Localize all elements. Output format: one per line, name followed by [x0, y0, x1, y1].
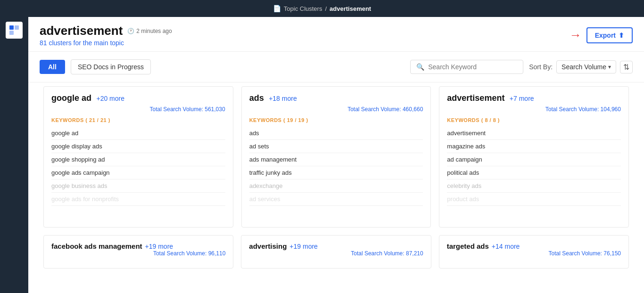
search-icon: 🔍	[416, 63, 424, 71]
keywords-label-3: KEYWORDS ( 8 / 8 )	[447, 117, 621, 123]
page-title-row: advertisement 🕐 2 minutes ago	[40, 24, 172, 38]
list-item: google business ads	[51, 179, 225, 193]
chevron-down-icon: ▾	[608, 64, 611, 70]
filter-bar: All SEO Docs in Progress 🔍 Sort By: Sear…	[28, 52, 644, 82]
export-label: Export	[595, 32, 616, 39]
card-title-row-1: google ad +20 more	[51, 93, 124, 103]
card-volume-1: Total Search Volume: 561,030	[51, 106, 225, 113]
bottom-card-more-3: +14 more	[492, 243, 520, 250]
list-item: celebrity ads	[447, 179, 621, 193]
sidebar	[0, 17, 28, 293]
svg-rect-2	[9, 31, 14, 35]
app-logo[interactable]	[6, 22, 23, 39]
list-item: ad sets	[249, 140, 423, 153]
card-ads: ads +18 more Total Search Volume: 460,66…	[241, 86, 431, 228]
card-title-3: advertisement	[447, 93, 504, 103]
card-more-1: +20 more	[96, 95, 124, 102]
list-item: ads management	[249, 153, 423, 166]
bottom-card-header-1: facebook ads management +19 more	[51, 242, 225, 250]
bottom-card-header-2: advertising +19 more	[249, 242, 423, 250]
bottom-title-row-1: facebook ads management +19 more	[51, 242, 173, 250]
sort-dropdown[interactable]: Search Volume ▾	[556, 60, 616, 73]
export-button[interactable]: Export ⬆	[586, 27, 633, 43]
list-item: adexchange	[249, 179, 423, 193]
bottom-card-title-3: targeted ads	[447, 242, 489, 250]
list-item: ad campaign	[447, 153, 621, 166]
bottom-card-more-1: +19 more	[145, 243, 173, 250]
sort-by-label: Sort By:	[529, 63, 553, 71]
sort-section: Sort By: Search Volume ▾ ⇅	[529, 60, 633, 73]
breadcrumb-separator: /	[325, 5, 327, 12]
breadcrumb-part2: advertisement	[330, 5, 371, 12]
bottom-card-volume-1: Total Search Volume: 96,110	[51, 250, 225, 257]
clusters-count: 81 clusters for the main topic	[40, 39, 172, 47]
card-advertising: advertising +19 more Total Search Volume…	[241, 235, 431, 269]
bottom-card-more-2: +19 more	[289, 243, 318, 250]
list-item: google shopping ad	[51, 153, 225, 166]
cards-grid-bottom: facebook ads management +19 more Total S…	[28, 231, 644, 272]
filter-seo-button[interactable]: SEO Docs in Progress	[71, 59, 151, 74]
doc-icon: 📄	[273, 5, 281, 12]
list-item: advertisement	[447, 127, 621, 140]
top-bar: 📄 Topic Clusters / advertisement	[0, 0, 644, 17]
search-wrapper: 🔍	[410, 60, 523, 74]
list-item: political ads	[447, 166, 621, 179]
bottom-card-title-1: facebook ads management	[51, 242, 142, 250]
card-advertisement: advertisement +7 more Total Search Volum…	[439, 86, 629, 228]
bottom-card-volume-3: Total Search Volume: 76,150	[447, 250, 621, 257]
time-ago-text: 2 minutes ago	[136, 28, 172, 34]
list-item: ad services	[249, 193, 423, 206]
main-content: advertisement 🕐 2 minutes ago 81 cluster…	[28, 17, 644, 293]
card-targeted-ads: targeted ads +14 more Total Search Volum…	[439, 235, 629, 269]
list-item: product ads	[447, 193, 621, 206]
bottom-title-row-3: targeted ads +14 more	[447, 242, 520, 250]
page-header: advertisement 🕐 2 minutes ago 81 cluster…	[28, 17, 644, 52]
card-volume-2: Total Search Volume: 460,660	[249, 106, 423, 113]
export-section: → Export ⬆	[570, 27, 633, 43]
card-header-2: ads +18 more	[249, 93, 423, 103]
bottom-card-title-2: advertising	[249, 242, 287, 250]
card-title-1: google ad	[51, 93, 91, 103]
bottom-title-row-2: advertising +19 more	[249, 242, 318, 250]
card-header-1: google ad +20 more	[51, 93, 225, 103]
export-icon: ⬆	[619, 32, 624, 39]
list-item: google ad	[51, 127, 225, 140]
card-google-ad: google ad +20 more Total Search Volume: …	[43, 86, 233, 228]
breadcrumb-part1: Topic Clusters	[284, 5, 322, 12]
time-badge: 🕐 2 minutes ago	[127, 28, 172, 34]
header-left: advertisement 🕐 2 minutes ago 81 cluster…	[40, 24, 172, 47]
sort-order-icon[interactable]: ⇅	[620, 61, 633, 73]
page-title: advertisement	[40, 24, 123, 38]
cards-grid: google ad +20 more Total Search Volume: …	[28, 82, 644, 231]
card-title-row-3: advertisement +7 more	[447, 93, 534, 103]
card-header-3: advertisement +7 more	[447, 93, 621, 103]
red-arrow-icon: →	[570, 28, 582, 42]
card-more-3: +7 more	[510, 95, 534, 102]
list-item: google display ads	[51, 140, 225, 153]
bottom-card-header-3: targeted ads +14 more	[447, 242, 621, 250]
card-volume-3: Total Search Volume: 104,960	[447, 106, 621, 113]
sort-option-text: Search Volume	[561, 63, 606, 71]
card-title-2: ads	[249, 93, 264, 103]
list-item: traffic junky ads	[249, 166, 423, 179]
card-more-2: +18 more	[269, 95, 297, 102]
bottom-card-volume-2: Total Search Volume: 87,210	[249, 250, 423, 257]
filter-all-button[interactable]: All	[40, 60, 65, 74]
list-item: google ads for nonprofits	[51, 193, 225, 206]
card-fb-ads: facebook ads management +19 more Total S…	[43, 235, 233, 269]
keywords-label-2: KEYWORDS ( 19 / 19 )	[249, 117, 423, 123]
list-item: magazine ads	[447, 140, 621, 153]
search-input[interactable]	[428, 63, 513, 71]
svg-rect-0	[9, 25, 14, 30]
card-title-row-2: ads +18 more	[249, 93, 297, 103]
svg-rect-1	[15, 25, 19, 30]
clock-icon: 🕐	[127, 28, 134, 34]
list-item: ads	[249, 127, 423, 140]
list-item: google ads campaign	[51, 166, 225, 179]
keywords-label-1: KEYWORDS ( 21 / 21 )	[51, 117, 225, 123]
